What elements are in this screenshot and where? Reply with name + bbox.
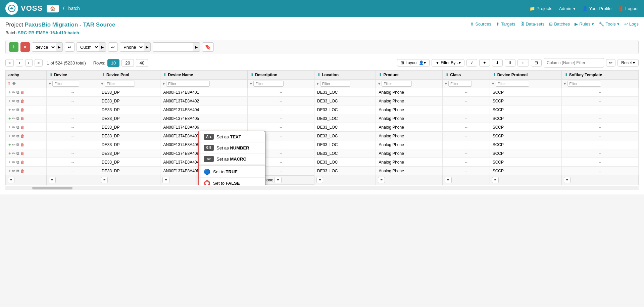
row-trash-btn[interactable]: 🗑 bbox=[20, 160, 24, 165]
page-last-btn[interactable]: » bbox=[35, 59, 43, 67]
ctx-set-false[interactable]: ⭕ Set to FALSE bbox=[199, 178, 265, 185]
filter-class-input[interactable] bbox=[448, 81, 472, 87]
ctx-set-text[interactable]: A-z Set as TEXT bbox=[199, 131, 265, 142]
filter-softkey-input[interactable] bbox=[567, 81, 601, 87]
row-trash-btn[interactable]: 🗑 bbox=[20, 125, 24, 130]
filter-loc-icon[interactable]: ▼ bbox=[316, 82, 319, 86]
rows-10-btn[interactable]: 10 bbox=[107, 59, 119, 67]
footer-menu-btn-6[interactable]: ≡ bbox=[378, 177, 385, 183]
footer-menu-btn-0[interactable]: ≡ bbox=[8, 177, 14, 183]
row-add-btn[interactable]: + bbox=[8, 151, 11, 156]
filter-class-icon[interactable]: ▼ bbox=[444, 82, 448, 86]
row-add-btn[interactable]: + bbox=[8, 133, 11, 138]
empty-filter-input[interactable] bbox=[153, 42, 193, 52]
row-edit-btn[interactable]: ✏ bbox=[12, 116, 15, 121]
cucm-arrow-btn[interactable]: ▶ bbox=[99, 42, 106, 52]
row-add-btn[interactable]: + bbox=[8, 116, 11, 121]
row-edit-btn[interactable]: ✏ bbox=[12, 142, 15, 147]
filter-undo-btn1[interactable]: ↩ bbox=[65, 42, 75, 52]
filter-name-icon[interactable]: ▼ bbox=[162, 82, 165, 86]
row-add-btn[interactable]: + bbox=[8, 107, 11, 112]
filter-device-icon[interactable]: ▼ bbox=[48, 82, 52, 86]
row-copy-btn[interactable]: ⧉ bbox=[16, 90, 19, 95]
add-filter-btn[interactable]: + bbox=[9, 42, 18, 52]
row-copy-btn[interactable]: ⧉ bbox=[16, 99, 19, 103]
col-eye-icon[interactable]: 👁 bbox=[12, 81, 16, 86]
row-edit-btn[interactable]: ✏ bbox=[12, 169, 15, 173]
footer-menu-btn-1[interactable]: ≡ bbox=[49, 177, 55, 183]
ctx-set-macro[interactable]: </> Set as MACRO bbox=[199, 154, 265, 165]
filter-device-input[interactable] bbox=[52, 81, 79, 87]
nav-sources[interactable]: ⬆ Sources bbox=[470, 21, 491, 27]
footer-desc-menu-btn[interactable]: ≡ bbox=[275, 177, 281, 183]
nav-logout[interactable]: 🚪 Logout bbox=[618, 6, 639, 11]
layout-btn[interactable]: ⊞ Layout 👤▾ bbox=[397, 59, 430, 67]
row-trash-btn[interactable]: 🗑 bbox=[20, 134, 24, 138]
empty-arrow-btn[interactable]: ▶ bbox=[193, 42, 200, 52]
row-edit-btn[interactable]: ✏ bbox=[12, 90, 15, 95]
row-trash-btn[interactable]: 🗑 bbox=[20, 107, 24, 112]
breadcrumb-home-btn[interactable]: 🏠 bbox=[47, 5, 59, 12]
filter-undo-btn2[interactable]: ↩ bbox=[108, 42, 118, 52]
device-select[interactable]: device bbox=[32, 42, 56, 52]
phone-arrow-btn[interactable]: ▶ bbox=[144, 42, 151, 52]
device-arrow-btn[interactable]: ▶ bbox=[56, 42, 63, 52]
row-trash-btn[interactable]: 🗑 bbox=[20, 99, 24, 103]
row-copy-btn[interactable]: ⧉ bbox=[16, 125, 19, 130]
download-btn[interactable]: ⬇ bbox=[492, 59, 503, 67]
row-edit-btn[interactable]: ✏ bbox=[12, 151, 15, 156]
col-filter-input[interactable] bbox=[544, 58, 604, 68]
row-add-btn[interactable]: + bbox=[8, 160, 11, 165]
row-trash-btn[interactable]: 🗑 bbox=[20, 169, 24, 173]
ctx-set-number[interactable]: 0-9 Set as NUMBER bbox=[199, 142, 265, 154]
remove-filter-btn[interactable]: ✕ bbox=[20, 42, 30, 52]
row-add-btn[interactable]: + bbox=[8, 98, 11, 103]
row-copy-btn[interactable]: ⧉ bbox=[16, 116, 19, 121]
row-add-btn[interactable]: + bbox=[8, 125, 11, 130]
nav-logs[interactable]: ↩ Logs bbox=[624, 21, 639, 27]
row-copy-btn[interactable]: ⧉ bbox=[16, 169, 19, 173]
upload-btn[interactable]: ⬆ bbox=[505, 59, 515, 67]
page-first-btn[interactable]: « bbox=[5, 59, 14, 67]
footer-menu-btn-2[interactable]: ≡ bbox=[101, 177, 108, 183]
filter-proto-input[interactable] bbox=[496, 81, 529, 87]
row-trash-btn[interactable]: 🗑 bbox=[20, 90, 24, 95]
ctx-set-true[interactable]: 🔵 Set to TRUE bbox=[199, 166, 265, 178]
filter-name-input[interactable] bbox=[166, 81, 210, 87]
row-edit-btn[interactable]: ✏ bbox=[12, 107, 15, 112]
nav-tools[interactable]: 🔧 Tools ▾ bbox=[599, 21, 619, 27]
page-next-btn[interactable]: › bbox=[25, 59, 33, 67]
row-copy-btn[interactable]: ⧉ bbox=[16, 151, 19, 156]
row-copy-btn[interactable]: ⧉ bbox=[16, 107, 19, 112]
reset-btn[interactable]: Reset ▾ bbox=[617, 59, 639, 67]
filter-prod-input[interactable] bbox=[382, 81, 412, 87]
footer-menu-btn-8[interactable]: ≡ bbox=[492, 177, 499, 183]
row-add-btn[interactable]: + bbox=[8, 90, 11, 95]
row-edit-btn[interactable]: ✏ bbox=[12, 125, 15, 130]
filter-loc-input[interactable] bbox=[320, 81, 350, 87]
rows-40-btn[interactable]: 40 bbox=[136, 59, 148, 67]
row-trash-btn[interactable]: 🗑 bbox=[20, 151, 24, 156]
col-trash-icon[interactable]: 🗑 bbox=[7, 81, 11, 86]
filter-by-btn[interactable]: ▼ Filter By ↓▾ bbox=[432, 59, 464, 67]
row-add-btn[interactable]: + bbox=[8, 168, 11, 173]
row-add-btn[interactable]: + bbox=[8, 142, 11, 147]
cols-btn[interactable]: ⊟ bbox=[531, 59, 542, 67]
row-copy-btn[interactable]: ⧉ bbox=[16, 160, 19, 165]
filter-desc-icon[interactable]: ▼ bbox=[249, 82, 253, 86]
filter-pool-icon[interactable]: ▼ bbox=[100, 82, 104, 86]
footer-menu-btn-9[interactable]: ≡ bbox=[564, 177, 571, 183]
filter-desc-input[interactable] bbox=[253, 81, 284, 87]
phone-select[interactable]: Phone bbox=[120, 42, 144, 52]
nav-batches[interactable]: ⊞ Batches bbox=[549, 21, 570, 27]
footer-menu-btn-7[interactable]: ≡ bbox=[445, 177, 451, 183]
filter-prod-icon[interactable]: ▼ bbox=[377, 82, 381, 86]
nav-projects[interactable]: 📁 Projects bbox=[530, 6, 552, 11]
col-filter-edit-btn[interactable]: ✏ bbox=[606, 59, 615, 67]
row-copy-btn[interactable]: ⧉ bbox=[16, 142, 19, 147]
rows-20-btn[interactable]: 20 bbox=[121, 59, 134, 67]
footer-menu-btn-3[interactable]: ≡ bbox=[162, 177, 169, 183]
row-copy-btn[interactable]: ⧉ bbox=[16, 134, 19, 138]
nav-datasets[interactable]: 🗄 Data-sets bbox=[520, 21, 545, 27]
row-trash-btn[interactable]: 🗑 bbox=[20, 142, 24, 147]
